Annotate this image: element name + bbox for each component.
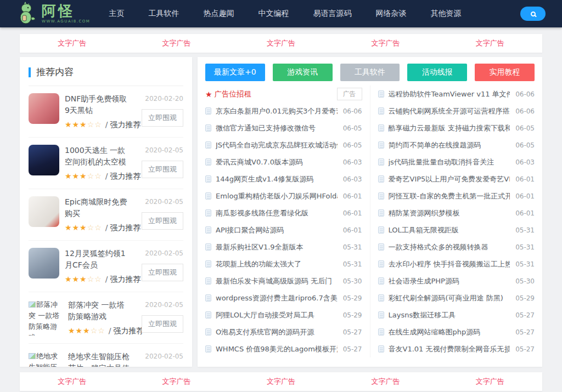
text-ad-link[interactable]: 文字广告 <box>124 38 228 48</box>
broken-image-thumbnail[interactable]: 绝地求生智能压枪芯片，稳定大号使用，永久免费 <box>29 351 63 367</box>
text-ad-link[interactable]: 文字广告 <box>438 38 542 48</box>
recommended-item: Epic商城限时免费购买《SUPERHOT》游戏 ★★★☆☆/强力推荐 2020… <box>29 189 183 241</box>
text-ad-link[interactable]: 文字广告 <box>229 377 333 387</box>
article-link[interactable]: 144g网页生成v1.4修复版源码 <box>216 174 338 184</box>
nav-item-chinese-programming[interactable]: 中文编程 <box>258 9 289 19</box>
article-link[interactable]: 一款支持格式众多的视频转换器 <box>389 242 510 252</box>
article-date: 06-06 <box>515 107 535 115</box>
nav-item-tools[interactable]: 工具软件 <box>148 9 179 19</box>
practical-tutorials-button[interactable]: 实用教程 <box>475 64 535 81</box>
text-ad-link[interactable]: 文字广告 <box>333 377 437 387</box>
article-date: 2020-02-05 <box>145 301 183 309</box>
article-row: wordpress资源付费主题ripro6.7含美化包...05-29 <box>205 289 362 306</box>
article-link[interactable]: 爱奇艺VIP5以上用户可免费发爱奇艺VIP红包 <box>389 174 510 184</box>
article-thumbnail[interactable] <box>29 196 59 227</box>
document-icon <box>378 311 384 319</box>
article-link[interactable]: 社会语录生成PHP源码 <box>389 276 510 286</box>
view-now-button[interactable]: 立即围观 <box>142 109 183 127</box>
recommend-label: 强力推荐 <box>110 172 140 180</box>
star-rating-empty-icon: ☆☆ <box>87 223 102 232</box>
nav-item-easy-language-source[interactable]: 易语言源码 <box>313 9 351 19</box>
text-ad-link[interactable]: 文字广告 <box>20 38 124 48</box>
article-link[interactable]: 音友V1.01 无视付费限制全网音乐无损免费... <box>389 344 510 354</box>
tools-software-button[interactable]: 工具软件 <box>340 64 400 81</box>
text-ad-link[interactable]: 文字广告 <box>20 377 124 387</box>
article-link[interactable]: js代码批量批量自动取消抖音关注 <box>389 157 510 167</box>
view-now-button[interactable]: 立即围观 <box>142 161 183 178</box>
article-row: 144g网页生成v1.4修复版源码06-03 <box>205 171 362 188</box>
article-list-right-column: 远程协助软件TeamViewer v11 单文件版06-06 云铺购代刷网系统全… <box>370 86 535 357</box>
view-now-button[interactable]: 立即围观 <box>142 212 183 230</box>
article-title[interactable]: 部落冲突 一款塔防策略游戏 <box>68 299 132 322</box>
article-link[interactable]: 酷享磁力云最新版 支持磁力搜索下载和一... <box>389 123 510 133</box>
nav-item-other-resources[interactable]: 其他资源 <box>430 9 461 19</box>
article-link[interactable]: wordpress资源付费主题ripro6.7含美化包... <box>216 293 338 303</box>
view-now-button[interactable]: 立即围观 <box>142 315 183 333</box>
site-logo[interactable]: 阿怪 WWW.AGUAI8.COM <box>16 1 90 26</box>
text-ad-link[interactable]: 文字广告 <box>333 38 437 48</box>
article-row: 简约而不简单的在线搜题源码06-05 <box>378 137 535 154</box>
article-thumbnail[interactable] <box>29 145 59 175</box>
star-rating-filled-icon: ★★★ <box>65 275 87 283</box>
article-link[interactable]: 简约而不简单的在线搜题源码 <box>389 140 510 150</box>
recommend-label: 强力推荐 <box>110 223 140 232</box>
article-thumbnail[interactable] <box>29 248 59 279</box>
article-date: 2020-02-05 <box>145 249 183 257</box>
article-link[interactable]: 京东白条新用户0.01元购买3个月爱奇艺黄... <box>216 106 338 116</box>
nav-item-network-talk[interactable]: 网络杂谈 <box>375 9 406 19</box>
game-news-button[interactable]: 游戏资讯 <box>273 64 333 81</box>
article-link[interactable]: WHMCS 价值98美元的Lagom模板开源 <box>216 344 338 354</box>
document-icon <box>378 345 384 353</box>
article-title[interactable]: DNF助手免费领取9天黑钻 <box>65 93 132 116</box>
article-link[interactable]: O泡易支付系统官网的源码开源 <box>216 327 338 337</box>
article-title[interactable]: Epic商城限时免费购买《SUPERHOT》游戏 <box>65 196 132 219</box>
document-icon <box>205 158 211 166</box>
article-link[interactable]: LOL工具箱无限视距版 <box>389 225 510 235</box>
recommended-item: 1000天逃生 一款空间街机的太空模拟经营游戏 ★★★☆☆/强力推荐 2020-… <box>29 138 183 189</box>
article-link[interactable]: 阿怪互联-自家的免费主机第一批正式开启 <box>389 191 510 201</box>
article-link[interactable]: 南瓜影视多线路任意看绿化版 <box>216 208 338 218</box>
nav-item-home[interactable]: 主页 <box>109 9 124 19</box>
star-rating-empty-icon: ☆☆ <box>91 326 105 335</box>
article-title[interactable]: 绝地求生智能压枪芯片，稳定大号使用，永久免费 <box>68 351 132 367</box>
article-link[interactable]: Laysns数据迁移工具 <box>389 310 510 320</box>
article-date: 06-05 <box>343 141 362 149</box>
article-link[interactable]: 在线生成网站缩略图php源码 <box>389 327 510 337</box>
search-button[interactable] <box>520 7 546 21</box>
document-icon <box>205 192 211 200</box>
article-link[interactable]: 去水印小程序 快手抖音视频搬运工上热门... <box>389 259 510 269</box>
article-link[interactable]: 远程协助软件TeamViewer v11 单文件版 <box>389 89 510 99</box>
nav-item-hot-news[interactable]: 热点趣闻 <box>203 9 234 19</box>
article-date: 05-27 <box>515 311 535 319</box>
article-link[interactable]: 阿狸LOL大厅自动接受对局工具 <box>216 310 338 320</box>
article-date: 06-01 <box>343 209 362 217</box>
article-link[interactable]: 精防某资源网织梦模板 <box>389 208 510 218</box>
view-now-button[interactable]: 立即围观 <box>142 264 183 281</box>
article-link[interactable]: 最新伯乐发卡商城高级版源码 无后门 <box>216 276 338 286</box>
article-link[interactable]: JS代码全自动完成京东品牌狂欢城活动任务 <box>216 140 338 150</box>
article-thumbnail[interactable] <box>29 93 59 124</box>
article-date: 05-30 <box>515 277 535 285</box>
activity-alerts-button[interactable]: 活动线报 <box>407 64 467 81</box>
text-ad-link[interactable]: 文字广告 <box>438 377 542 387</box>
article-link[interactable]: 云铺购代刷网系统全开源可运营程序搭建 <box>389 106 510 116</box>
article-date: 06-03 <box>343 158 362 166</box>
article-date: 06-01 <box>343 226 362 234</box>
text-ad-link[interactable]: 文字广告 <box>229 38 333 48</box>
article-link[interactable]: Emlog重构精仿老版小刀娱乐网HFoldao模... <box>216 191 338 201</box>
document-icon <box>205 175 211 183</box>
broken-image-thumbnail[interactable]: 部落冲突 一款塔防策略游戏 <box>29 299 63 336</box>
latest-articles-button[interactable]: 最新文章+0 <box>205 64 265 81</box>
article-link[interactable]: 爱讯云商城V0.7.0版本源码 <box>216 157 338 167</box>
text-ad-link[interactable]: 文字广告 <box>124 377 228 387</box>
ad-slot-label[interactable]: 广告位招租 <box>215 89 252 99</box>
article-link[interactable]: 微信官方通知已支持修改微信号 <box>216 123 338 133</box>
document-icon <box>378 277 384 285</box>
document-icon <box>205 328 211 336</box>
article-title[interactable]: 1000天逃生 一款空间街机的太空模拟经营游戏 <box>65 145 132 168</box>
article-link[interactable]: API接口聚合网站源码 <box>216 225 338 235</box>
article-link[interactable]: 最新乐购社区V1.9全新版本 <box>216 242 338 252</box>
article-link[interactable]: 花呗新上线的功能太强大了 <box>216 259 338 269</box>
article-link[interactable]: 彩虹代刷全解源码(可商业用途 防黑) <box>389 293 510 303</box>
article-title[interactable]: 12月灵狐签约领1月CF会员 <box>65 248 132 271</box>
